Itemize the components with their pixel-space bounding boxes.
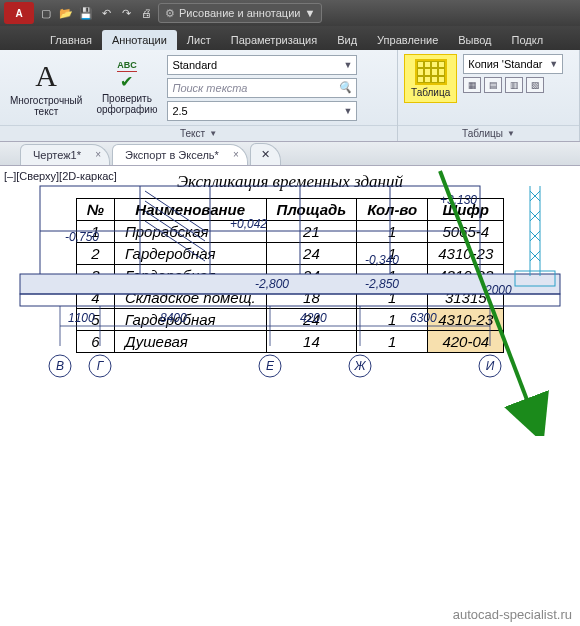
svg-text:4200: 4200 <box>300 311 327 325</box>
tablestyle-icon-3[interactable]: ▥ <box>505 77 523 93</box>
svg-text:-0,750: -0,750 <box>65 230 99 244</box>
svg-text:6300: 6300 <box>410 311 437 325</box>
check-icon: ✔ <box>120 72 133 91</box>
svg-text:-2,850: -2,850 <box>365 277 399 291</box>
chevron-down-icon: ▼ <box>304 7 315 19</box>
watermark: autocad-specialist.ru <box>453 607 572 622</box>
svg-text:И: И <box>486 359 495 373</box>
svg-text:-0,340: -0,340 <box>365 253 399 267</box>
section-drawing: +3,130 +0,042 -0,750 -2,800 -0,340 -2,85… <box>10 176 570 386</box>
drawing-canvas[interactable]: [–][Сверху][2D-каркас] <box>0 166 580 626</box>
tab-parametric[interactable]: Параметризация <box>221 30 327 50</box>
text-height-combo[interactable]: 2.5▼ <box>167 101 357 121</box>
print-icon[interactable]: 🖨 <box>138 5 154 21</box>
close-icon[interactable]: × <box>233 149 239 160</box>
tablestyle-icon-1[interactable]: ▦ <box>463 77 481 93</box>
svg-text:2000: 2000 <box>484 283 512 297</box>
close-icon[interactable]: × <box>95 149 101 160</box>
doctab-2[interactable]: Экспорт в Эксель*× <box>112 144 248 165</box>
table-button[interactable]: Таблица <box>404 54 457 103</box>
doctab-1[interactable]: Чертеж1*× <box>20 144 110 165</box>
tablestyle-icon-2[interactable]: ▤ <box>484 77 502 93</box>
table-style-combo[interactable]: Копия 'Standar▼ <box>463 54 563 74</box>
svg-rect-6 <box>20 274 560 294</box>
tab-plugins[interactable]: Подкл <box>502 30 554 50</box>
tab-view[interactable]: Вид <box>327 30 367 50</box>
text-style-combo[interactable]: Standard▼ <box>167 55 357 75</box>
svg-text:Е: Е <box>266 359 275 373</box>
new-icon[interactable]: ▢ <box>38 5 54 21</box>
mtext-button[interactable]: A Многострочный текст <box>6 57 86 119</box>
svg-rect-7 <box>20 294 560 306</box>
svg-text:Ж: Ж <box>353 359 366 373</box>
spellcheck-button[interactable]: ABC ✔ Проверить орфографию <box>92 58 161 117</box>
gear-icon: ⚙ <box>165 7 175 20</box>
svg-text:-2,800: -2,800 <box>255 277 289 291</box>
undo-icon[interactable]: ↶ <box>98 5 114 21</box>
tab-output[interactable]: Вывод <box>448 30 501 50</box>
save-icon[interactable]: 💾 <box>78 5 94 21</box>
tab-home[interactable]: Главная <box>40 30 102 50</box>
svg-text:+3,130: +3,130 <box>440 193 477 207</box>
abc-icon: ABC <box>117 60 137 72</box>
ribbon: A Многострочный текст ABC ✔ Проверить ор… <box>0 50 580 142</box>
redo-icon[interactable]: ↷ <box>118 5 134 21</box>
workspace-label: Рисование и аннотации <box>179 7 300 19</box>
mtext-icon: A <box>35 59 57 93</box>
svg-text:Г: Г <box>97 359 105 373</box>
panel-tables-title[interactable]: Таблицы▼ <box>398 125 579 141</box>
tab-layout[interactable]: Лист <box>177 30 221 50</box>
ribbon-tabs: Главная Аннотации Лист Параметризация Ви… <box>0 26 580 50</box>
workspace-selector[interactable]: ⚙ Рисование и аннотации ▼ <box>158 3 322 23</box>
document-tabs: Чертеж1*× Экспорт в Эксель*× ✕ <box>0 142 580 166</box>
svg-text:В: В <box>56 359 64 373</box>
svg-text:1100: 1100 <box>68 311 95 325</box>
tablestyle-icon-4[interactable]: ▧ <box>526 77 544 93</box>
svg-text:+0,042: +0,042 <box>230 217 267 231</box>
open-icon[interactable]: 📂 <box>58 5 74 21</box>
quick-access-toolbar: A ▢ 📂 💾 ↶ ↷ 🖨 ⚙ Рисование и аннотации ▼ <box>0 0 580 26</box>
tab-annotations[interactable]: Аннотации <box>102 30 177 50</box>
table-icon <box>415 59 447 85</box>
tab-manage[interactable]: Управление <box>367 30 448 50</box>
doctab-new[interactable]: ✕ <box>250 143 281 165</box>
svg-text:8400: 8400 <box>160 311 187 325</box>
app-logo[interactable]: A <box>4 2 34 24</box>
panel-text-title[interactable]: Текст▼ <box>0 125 397 141</box>
find-text-input[interactable]: Поиск текста🔍 <box>167 78 357 98</box>
